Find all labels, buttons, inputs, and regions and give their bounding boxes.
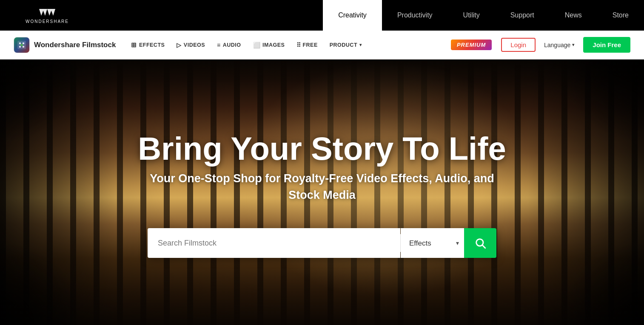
dots-icon: ⠿ [296,42,300,48]
effects-icon: ⊞ [131,41,137,49]
nav-product[interactable]: PRODUCT ▾ [325,31,367,59]
search-category-wrapper: Effects Videos Audio Images ▾ [401,228,464,258]
top-nav-utility[interactable]: Utility [448,0,495,31]
filmstock-brand-name: Wondershare Filmstock [34,41,116,49]
top-nav-news[interactable]: News [550,0,597,31]
nav-audio[interactable]: ≡ AUDIO [212,31,246,59]
search-input[interactable] [158,239,390,248]
top-nav-links: Creativity Productivity Utility Support … [323,0,644,31]
svg-line-5 [482,246,485,248]
svg-point-3 [20,44,23,46]
language-dropdown-icon: ▾ [572,42,575,48]
second-nav: Wondershare Filmstock ⊞ EFFECTS ▷ VIDEOS… [0,31,644,59]
nav-images[interactable]: ⬜ IMAGES [248,31,290,59]
svg-marker-0 [39,9,47,16]
search-button[interactable] [464,228,496,258]
top-nav-creativity[interactable]: Creativity [323,0,382,31]
search-icon [474,237,486,249]
svg-marker-1 [47,9,55,16]
language-selector[interactable]: Language ▾ [541,42,578,48]
top-nav-store[interactable]: Store [597,0,644,31]
language-label: Language [544,42,570,48]
hero-subtitle: Your One-Stop Shop for Royalty-Free Vide… [148,170,496,203]
top-nav-support[interactable]: Support [495,0,550,31]
nav-videos[interactable]: ▷ VIDEOS [171,31,210,59]
hero-content: Bring Your Story To Life Your One-Stop S… [0,59,644,325]
image-icon: ⬜ [253,42,261,48]
filmstock-brand[interactable]: Wondershare Filmstock [14,37,116,53]
search-category-select[interactable]: Effects Videos Audio Images [401,239,456,247]
search-input-wrapper [148,228,400,258]
nav-free[interactable]: ⠿ FREE [291,31,322,59]
wondershare-logo[interactable]: wondershare [26,7,69,24]
nav-effects[interactable]: ⊞ EFFECTS [126,31,170,59]
join-free-button[interactable]: Join Free [583,37,630,53]
wondershare-logo-icon [39,7,55,18]
premium-badge[interactable]: PREMIUM [451,40,492,50]
filmstock-icon [14,37,30,53]
login-button[interactable]: Login [501,38,536,52]
category-dropdown-icon: ▾ [456,240,459,246]
wondershare-logo-text: wondershare [26,19,69,24]
top-nav: wondershare Creativity Productivity Util… [0,0,644,31]
product-dropdown-arrow-icon: ▾ [359,42,362,47]
search-bar: Effects Videos Audio Images ▾ [148,228,496,258]
hero-title: Bring Your Story To Life [138,131,506,167]
top-nav-productivity[interactable]: Productivity [382,0,448,31]
hero-section: Bring Your Story To Life Your One-Stop S… [0,59,644,325]
play-icon: ▷ [177,42,182,48]
audio-icon: ≡ [217,42,221,48]
